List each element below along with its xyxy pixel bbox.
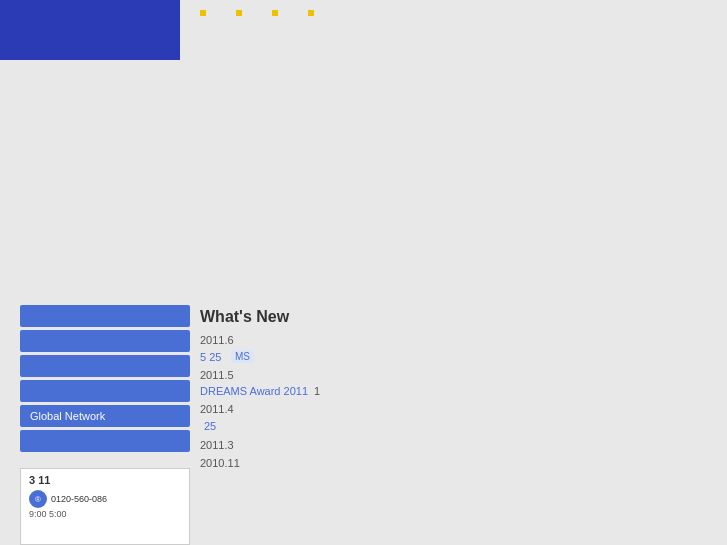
left-sidebar: Global Network (20, 305, 190, 455)
news-item-525[interactable]: 5 25 MS (200, 350, 450, 363)
year-2011-4: 2011.4 (200, 403, 450, 415)
sidebar-bar-global-network[interactable]: Global Network (20, 405, 190, 427)
sidebar-bar-6[interactable] (20, 430, 190, 452)
phone-number: 0120-560-086 (51, 494, 107, 504)
registered-icon: ® (29, 490, 47, 508)
news-item-25[interactable]: 25 (200, 419, 450, 433)
year-2011-6: 2011.6 (200, 334, 450, 346)
top-blue-logo-block (0, 0, 180, 60)
bottom-box-icon-row: ® 0120-560-086 (29, 490, 181, 508)
top-nav-dots (200, 10, 314, 16)
whats-new-title: What's New (200, 308, 450, 326)
bottom-info-box: 3 11 ® 0120-560-086 9:00 5:00 (20, 468, 190, 545)
news-date-525: 5 25 (200, 351, 225, 363)
hours-row: 9:00 5:00 (29, 508, 181, 521)
nav-dot-4[interactable] (308, 10, 314, 16)
nav-dot-2[interactable] (236, 10, 242, 16)
sidebar-bar-3[interactable] (20, 355, 190, 377)
sidebar-bar-1[interactable] (20, 305, 190, 327)
news-count-dreams: 1 (314, 385, 320, 397)
sidebar-bar-2[interactable] (20, 330, 190, 352)
whats-new-section: What's New 2011.6 5 25 MS 2011.5 DREAMS … (200, 308, 450, 473)
year-2011-3: 2011.3 (200, 439, 450, 451)
nav-dot-1[interactable] (200, 10, 206, 16)
top-section (0, 0, 727, 65)
news-item-dreams[interactable]: DREAMS Award 2011 1 (200, 385, 450, 397)
bottom-box-title: 3 11 (29, 474, 181, 486)
news-link-dreams[interactable]: DREAMS Award 2011 (200, 385, 308, 397)
nav-dot-3[interactable] (272, 10, 278, 16)
sidebar-bar-4[interactable] (20, 380, 190, 402)
news-badge-ms: MS (231, 350, 254, 363)
year-2010-11: 2010.11 (200, 457, 450, 469)
year-2011-5: 2011.5 (200, 369, 450, 381)
news-number-25: 25 (200, 419, 220, 433)
global-network-label: Global Network (30, 410, 105, 422)
